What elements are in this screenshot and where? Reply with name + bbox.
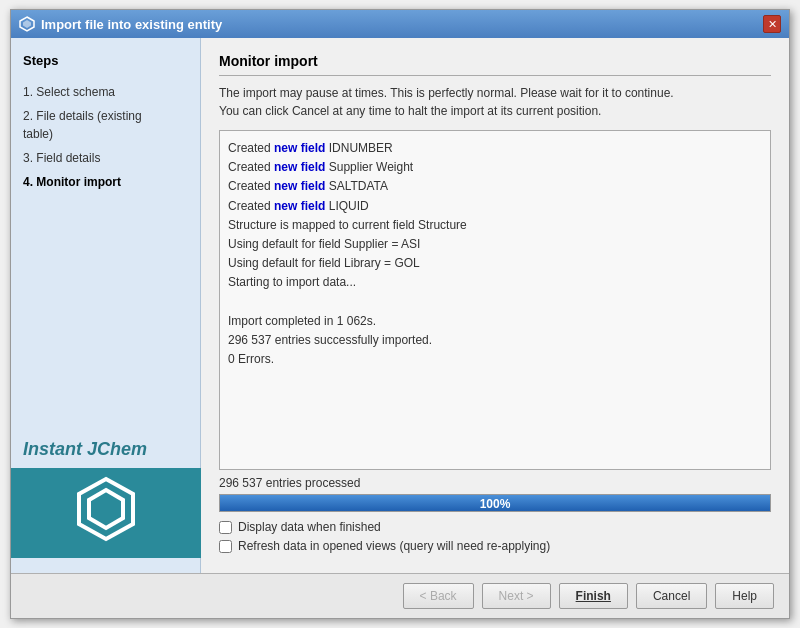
log-line-3: Created new field SALTDATA — [228, 177, 762, 196]
dialog-title: Import file into existing entity — [41, 17, 222, 32]
logo-icon-box — [11, 468, 201, 558]
step-1: 1. Select schema — [23, 80, 188, 104]
log-line-7: Using default for field Library = GOL — [228, 254, 762, 273]
footer: < Back Next > Finish Cancel Help — [11, 573, 789, 618]
log-line-9: Import completed in 1 062s. — [228, 312, 762, 331]
log-line-5: Structure is mapped to current field Str… — [228, 216, 762, 235]
dialog-icon — [19, 16, 35, 32]
desc-line2: You can click Cancel at any time to halt… — [219, 104, 601, 118]
step-4-active: 4. Monitor import — [23, 170, 188, 194]
close-button[interactable]: ✕ — [763, 15, 781, 33]
checkbox-row-2: Refresh data in opened views (query will… — [219, 539, 771, 553]
cancel-button[interactable]: Cancel — [636, 583, 707, 609]
log-line-4: Created new field LIQUID — [228, 197, 762, 216]
hexagon-icon — [71, 474, 141, 552]
main-panel: Monitor import The import may pause at t… — [201, 38, 789, 573]
display-data-checkbox[interactable] — [219, 521, 232, 534]
checkbox-row-1: Display data when finished — [219, 520, 771, 534]
main-title: Monitor import — [219, 53, 771, 76]
sidebar-logo: Instant JChem — [23, 439, 188, 558]
log-line-10: 296 537 entries successfully imported. — [228, 331, 762, 350]
log-line-1: Created new field IDNUMBER — [228, 139, 762, 158]
log-line-11: 0 Errors. — [228, 350, 762, 369]
checkbox2-label: Refresh data in opened views (query will… — [238, 539, 550, 553]
desc-line1: The import may pause at times. This is p… — [219, 86, 674, 100]
next-button[interactable]: Next > — [482, 583, 551, 609]
progress-label: 296 537 entries processed — [219, 476, 771, 490]
help-button[interactable]: Help — [715, 583, 774, 609]
step-2: 2. File details (existingtable) — [23, 104, 188, 146]
refresh-data-checkbox[interactable] — [219, 540, 232, 553]
checkbox1-label: Display data when finished — [238, 520, 381, 534]
log-line-blank — [228, 293, 762, 312]
dialog: Import file into existing entity ✕ Steps… — [10, 9, 790, 619]
log-line-8: Starting to import data... — [228, 273, 762, 292]
log-line-2: Created new field Supplier Weight — [228, 158, 762, 177]
back-button[interactable]: < Back — [403, 583, 474, 609]
svg-marker-3 — [89, 490, 123, 528]
log-line-6: Using default for field Supplier = ASI — [228, 235, 762, 254]
sidebar: Steps 1. Select schema 2. File details (… — [11, 38, 201, 573]
svg-marker-1 — [23, 20, 31, 28]
steps-list: 1. Select schema 2. File details (existi… — [23, 80, 188, 194]
sidebar-title: Steps — [23, 53, 188, 68]
progress-text: 100% — [220, 495, 770, 513]
log-area: Created new field IDNUMBER Created new f… — [219, 130, 771, 470]
content-area: Steps 1. Select schema 2. File details (… — [11, 38, 789, 573]
description: The import may pause at times. This is p… — [219, 84, 771, 120]
title-bar-left: Import file into existing entity — [19, 16, 222, 32]
logo-text: Instant JChem — [23, 439, 147, 460]
step-3: 3. Field details — [23, 146, 188, 170]
progress-bar: 100% — [219, 494, 771, 512]
finish-button[interactable]: Finish — [559, 583, 628, 609]
title-bar: Import file into existing entity ✕ — [11, 10, 789, 38]
